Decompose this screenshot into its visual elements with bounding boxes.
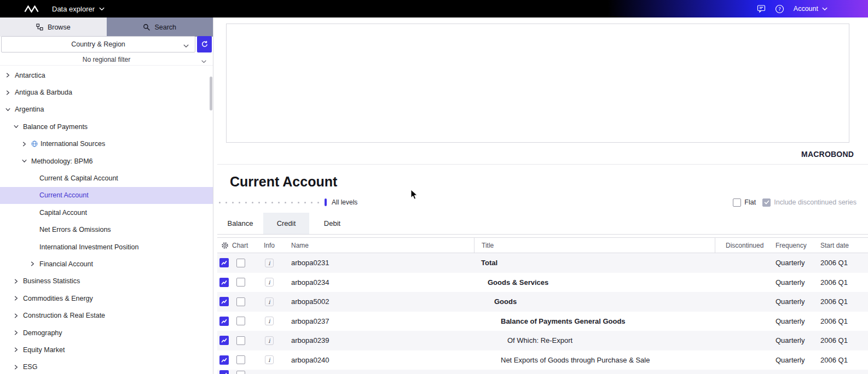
tree-item-label: Balance of Payments [23,123,88,131]
level-dot[interactable] [258,202,260,203]
level-dot[interactable] [278,202,280,203]
tab-browse[interactable]: Browse [0,17,107,37]
chart-toggle-button[interactable] [219,317,229,326]
level-dot[interactable] [219,202,221,203]
tree-item[interactable]: Antarctica [0,67,213,84]
info-icon[interactable]: i [265,278,274,287]
level-dot[interactable] [285,202,286,203]
app-name: Data explorer [52,5,95,13]
tab-credit[interactable]: Credit [263,213,309,234]
level-dot[interactable] [317,202,319,203]
tree-item[interactable]: Capital Account [0,204,213,221]
level-dot[interactable] [271,202,273,203]
chart-toggle-button[interactable] [219,336,229,345]
chevron-right-icon[interactable] [14,365,23,370]
account-menu[interactable]: Account [794,5,828,13]
level-dot[interactable] [232,202,234,203]
level-dot[interactable] [304,202,306,203]
level-dot[interactable] [298,202,299,203]
chevron-down-icon[interactable] [22,159,31,163]
row-checkbox[interactable] [236,259,245,267]
flat-checkbox[interactable] [733,198,741,207]
info-icon[interactable]: i [265,336,274,345]
level-dot[interactable] [245,202,247,203]
row-checkbox[interactable] [236,317,245,325]
info-icon[interactable]: i [265,355,274,364]
col-title: Title [474,238,715,253]
level-dot[interactable] [311,202,313,203]
gear-icon[interactable] [221,242,229,249]
tree-item-label: International Sources [40,140,105,148]
tree-item[interactable]: Equity Market [0,341,213,358]
chart-toggle-button[interactable] [219,278,229,287]
chevron-right-icon[interactable] [5,73,15,78]
info-icon[interactable]: i [265,259,274,267]
chart-toggle-button[interactable] [219,370,229,374]
row-checkbox[interactable] [236,278,245,287]
sidebar-scrollbar[interactable] [210,77,212,110]
region-dropdown[interactable]: Country & Region [1,36,195,52]
chevron-right-icon[interactable] [22,142,31,147]
tree-item[interactable]: International Investment Position [0,238,213,255]
refresh-button[interactable] [197,36,212,52]
tree-item[interactable]: Methodology: BPM6 [0,153,213,170]
tree-item[interactable]: Demography [0,324,213,341]
regional-filter-toggle[interactable]: No regional filter [0,54,213,66]
row-checkbox[interactable] [236,355,245,364]
tree-item[interactable]: Antigua & Barbuda [0,84,213,101]
tree-item[interactable]: Construction & Real Estate [0,307,213,324]
tab-balance[interactable]: Balance [217,213,263,234]
chevron-right-icon[interactable] [14,330,23,335]
chevron-down-icon[interactable] [5,107,15,112]
include-discontinued-option[interactable]: Include discontinued series [762,198,857,207]
level-dot[interactable] [225,202,227,203]
info-icon[interactable]: i [265,297,274,306]
chevron-down-icon[interactable] [14,124,23,129]
tab-debit[interactable]: Debit [309,213,355,234]
table-row: iarbopa0240Net Exports of Goods through … [217,350,868,370]
table-row-partial [217,370,868,374]
chevron-right-icon[interactable] [5,90,15,95]
app-switcher[interactable]: Data explorer [52,5,105,13]
tree-item[interactable]: Balance of Payments [0,118,213,135]
chevron-right-icon[interactable] [14,347,23,352]
level-dot[interactable] [265,202,267,203]
include-discontinued-checkbox[interactable] [762,198,771,207]
tree-item[interactable]: International Sources [0,136,213,153]
tree-item[interactable]: Argentina [0,101,213,118]
chevron-right-icon[interactable] [14,296,23,301]
info-icon[interactable]: i [265,317,274,325]
help-button[interactable]: ? [775,4,784,14]
chevron-right-icon[interactable] [14,279,23,284]
chevron-right-icon[interactable] [30,261,39,266]
level-dot[interactable] [291,202,293,203]
chevron-right-icon[interactable] [14,313,23,318]
tree-item[interactable]: Business Statistics [0,273,213,290]
col-frequency: Frequency [767,238,815,253]
level-dot[interactable] [239,202,240,203]
flat-option[interactable]: Flat [733,198,756,207]
tree-item[interactable]: Current Account [0,187,213,204]
tree-item-label: Commodities & Energy [23,295,93,302]
tree-item[interactable]: Current & Capital Account [0,170,213,186]
tree-item-label: Capital Account [39,209,87,217]
feedback-button[interactable] [757,4,766,13]
start-date-value: 2006 Q1 [815,278,868,287]
start-date-value: 2006 Q1 [815,259,868,267]
tab-search[interactable]: Search [107,17,213,37]
topbar-actions: ? Account [757,4,828,14]
row-checkbox[interactable] [236,336,245,345]
row-checkbox[interactable] [236,371,245,374]
tree-item[interactable]: Financial Account [0,255,213,272]
level-slider-handle[interactable] [325,198,327,206]
tree-item[interactable]: Commodities & Energy [0,290,213,307]
chart-toggle-button[interactable] [219,355,229,365]
tree-item[interactable]: ESG [0,359,213,374]
chart-toggle-button[interactable] [219,297,229,306]
feedback-icon [757,4,766,13]
refresh-icon [201,40,209,48]
tree-item[interactable]: Net Errors & Omissions [0,221,213,238]
chart-toggle-button[interactable] [219,258,229,267]
row-checkbox[interactable] [236,297,245,306]
level-dot[interactable] [252,202,253,203]
